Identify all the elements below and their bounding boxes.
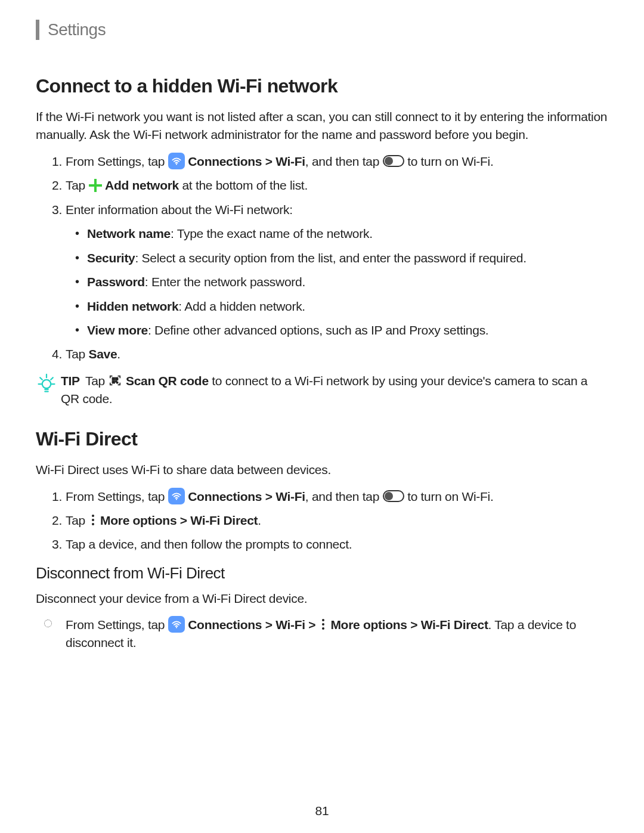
step-text: Add network	[105, 178, 179, 192]
svg-point-15	[176, 627, 177, 628]
section-title-disconnect: Disconnect from Wi-Fi Direct	[36, 562, 608, 585]
list-item: Hidden network: Add a hidden network.	[87, 298, 608, 315]
list-item: Network name: Type the exact name of the…	[87, 225, 608, 243]
list-item: Password: Enter the network password.	[87, 273, 608, 291]
step-number: 3.	[44, 535, 62, 553]
page-number: 81	[0, 802, 644, 820]
step-number: 2.	[44, 512, 62, 529]
header-title: Settings	[48, 18, 106, 42]
svg-rect-11	[113, 381, 115, 383]
step-text: >	[262, 154, 275, 168]
step-text: Tap	[66, 347, 89, 361]
step-text: Wi-Fi	[275, 618, 305, 631]
step-text: Wi-Fi	[275, 154, 305, 168]
step-2: 2. Tap More options > Wi-Fi Direct.	[66, 512, 608, 529]
step-text: More options	[330, 618, 407, 631]
step-number: 2.	[44, 176, 62, 194]
item-text: : Add a hidden network.	[178, 299, 305, 313]
circle-bullet-icon	[44, 620, 52, 627]
item-label: View more	[87, 323, 148, 337]
step-text: >	[407, 618, 421, 631]
step-3: 3. Tap a device, and then follow the pro…	[66, 535, 608, 553]
item-label: Security	[87, 251, 135, 265]
step-text: at the bottom of the list.	[179, 178, 308, 192]
step-text: Wi-Fi	[275, 490, 305, 503]
step-text: .	[258, 513, 261, 527]
step-text: >	[177, 513, 190, 527]
item-text: : Type the exact name of the network.	[171, 227, 373, 240]
step-text: More options	[100, 513, 177, 527]
step-text: From Settings, tap	[66, 490, 168, 503]
item-label: Password	[87, 275, 145, 289]
svg-rect-9	[113, 378, 115, 380]
sub-list: Network name: Type the exact name of the…	[66, 225, 608, 339]
header-bar	[36, 20, 39, 40]
steps-list-2: 1. From Settings, tap Connections > Wi-F…	[36, 488, 608, 554]
intro-paragraph: Disconnect your device from a Wi-Fi Dire…	[36, 590, 608, 608]
step-number: 1.	[44, 488, 62, 506]
step-text: , and then tap	[305, 154, 383, 168]
section-title-hidden-wifi: Connect to a hidden Wi-Fi network	[36, 72, 608, 100]
step-2: 2. Tap Add network at the bottom of the …	[66, 176, 608, 194]
toggle-icon	[383, 155, 404, 167]
step-text: Connections	[188, 490, 262, 503]
step-text: >	[262, 490, 275, 503]
tip-body: TIP Tap Scan QR code to connect to a Wi-…	[61, 372, 608, 408]
step-number: 3.	[44, 201, 62, 219]
step-text: Tap	[66, 178, 89, 192]
svg-line-5	[40, 377, 42, 380]
page-header: Settings	[36, 18, 608, 42]
plus-icon	[89, 179, 102, 192]
step-text: , and then tap	[305, 490, 383, 503]
intro-paragraph: Wi-Fi Direct uses Wi-Fi to share data be…	[36, 461, 608, 479]
tip-text: Tap	[85, 374, 109, 388]
qr-icon	[108, 373, 122, 388]
step-3: 3. Enter information about the Wi-Fi net…	[66, 201, 608, 340]
step-text: Enter information about the Wi-Fi networ…	[66, 203, 293, 216]
list-item: View more: Define other advanced options…	[87, 321, 608, 339]
tip-text: Scan QR code	[126, 374, 209, 388]
wifi-icon	[168, 153, 185, 169]
list-item: Security: Select a security option from …	[87, 249, 608, 267]
step-text: >	[305, 618, 319, 631]
step-text: Connections	[188, 618, 262, 631]
step-4: 4. Tap Save.	[66, 345, 608, 363]
tip-label: TIP	[61, 374, 80, 388]
step-text: Wi-Fi Direct	[190, 513, 258, 527]
step-text: Save	[89, 347, 117, 361]
step-number: 1.	[44, 153, 62, 171]
more-options-icon	[89, 513, 97, 527]
step-1: 1. From Settings, tap Connections > Wi-F…	[66, 153, 608, 171]
svg-rect-10	[116, 378, 118, 380]
step-number: 4.	[44, 345, 62, 363]
step-text: to turn on Wi-Fi.	[407, 490, 493, 503]
item-text: : Define other advanced options, such as…	[148, 323, 488, 337]
svg-point-0	[176, 164, 177, 165]
circle-list: From Settings, tap Connections > Wi-Fi >…	[36, 616, 608, 652]
more-options-icon	[319, 618, 327, 631]
svg-line-6	[51, 377, 53, 380]
tip-block: TIP Tap Scan QR code to connect to a Wi-…	[36, 372, 608, 408]
wifi-icon	[168, 616, 185, 633]
lightbulb-icon	[36, 372, 61, 400]
step-1: 1. From Settings, tap Connections > Wi-F…	[66, 488, 608, 506]
step-text: to turn on Wi-Fi.	[407, 154, 493, 168]
item-text: : Select a security option from the list…	[135, 251, 526, 265]
section-title-wifi-direct: Wi-Fi Direct	[36, 425, 608, 453]
svg-point-14	[176, 498, 177, 500]
intro-paragraph: If the Wi-Fi network you want is not lis…	[36, 108, 608, 144]
toggle-icon	[383, 490, 404, 502]
item-label: Hidden network	[87, 299, 178, 313]
svg-rect-13	[117, 382, 118, 383]
svg-point-1	[42, 380, 51, 388]
step-text: From Settings, tap	[66, 154, 168, 168]
steps-list-1: 1. From Settings, tap Connections > Wi-F…	[36, 153, 608, 364]
item-label: Network name	[87, 227, 171, 240]
step-text: Wi-Fi Direct	[421, 618, 488, 631]
step-text: >	[262, 618, 275, 631]
step-text: .	[117, 347, 120, 361]
step-text: Tap a device, and then follow the prompt…	[66, 537, 352, 551]
step-text: Tap	[66, 513, 89, 527]
step-text: Connections	[188, 154, 262, 168]
step-text: From Settings, tap	[66, 618, 168, 631]
